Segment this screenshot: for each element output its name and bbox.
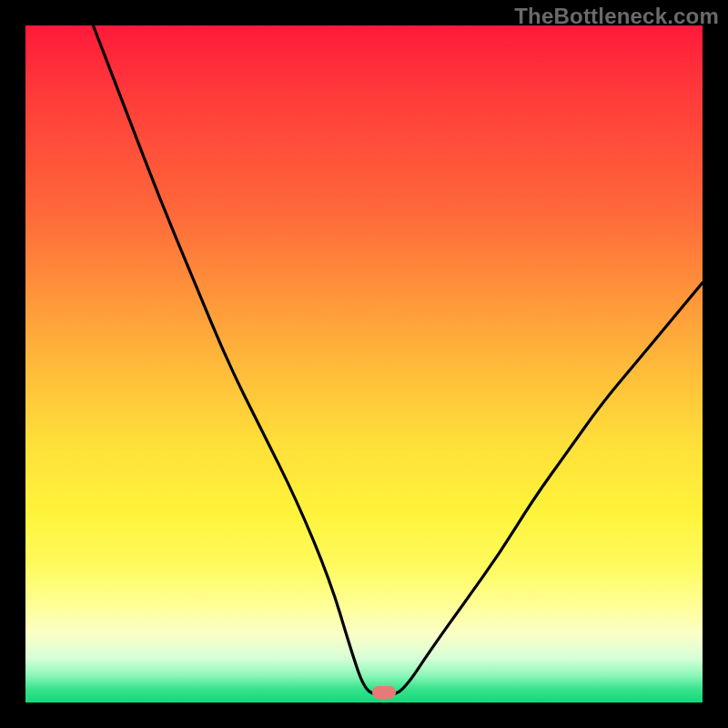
bottleneck-curve-path: [93, 25, 703, 696]
plot-area: [25, 25, 703, 703]
curve-svg: [25, 25, 703, 703]
chart-frame: TheBottleneck.com: [0, 0, 728, 728]
optimum-marker: [372, 686, 396, 699]
